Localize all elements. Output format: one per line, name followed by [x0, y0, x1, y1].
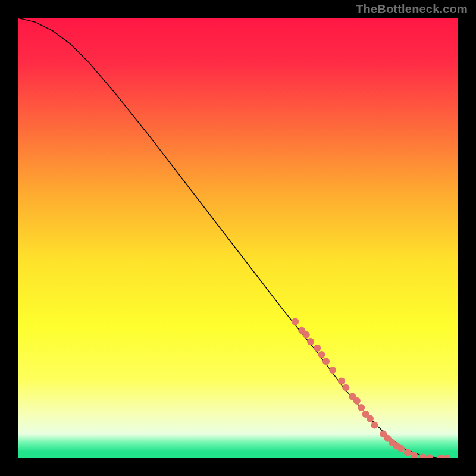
- data-point: [292, 318, 299, 325]
- data-point: [314, 345, 321, 352]
- data-point: [367, 415, 374, 422]
- data-point: [303, 331, 310, 339]
- plot-area: [18, 18, 458, 458]
- data-point: [342, 384, 349, 392]
- data-point: [307, 338, 314, 345]
- chart-stage: TheBottleneck.com: [0, 0, 476, 476]
- data-point: [358, 404, 365, 411]
- data-point: [371, 422, 378, 429]
- plot-svg: [18, 18, 458, 458]
- watermark-label: TheBottleneck.com: [356, 2, 468, 16]
- data-point: [322, 358, 330, 365]
- data-point: [397, 445, 405, 452]
- plot-background: [18, 18, 458, 458]
- data-point: [329, 367, 336, 374]
- data-point: [353, 397, 361, 405]
- data-point: [404, 449, 411, 456]
- data-point: [338, 378, 345, 385]
- data-point: [318, 351, 325, 358]
